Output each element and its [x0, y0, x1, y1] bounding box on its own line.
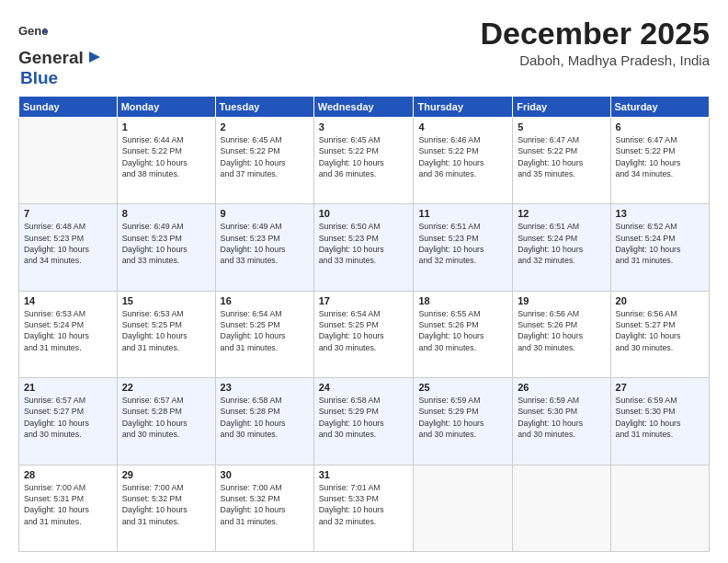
day-info: Sunrise: 6:52 AMSunset: 5:24 PMDaylight:…	[616, 221, 704, 266]
table-row: 6Sunrise: 6:47 AMSunset: 5:22 PMDaylight…	[610, 118, 709, 204]
svg-marker-1	[89, 52, 100, 63]
table-row: 27Sunrise: 6:59 AMSunset: 5:30 PMDayligh…	[610, 378, 709, 465]
day-number: 24	[319, 382, 409, 393]
table-row: 22Sunrise: 6:57 AMSunset: 5:28 PMDayligh…	[117, 378, 215, 465]
day-info: Sunrise: 7:01 AMSunset: 5:33 PMDaylight:…	[319, 482, 409, 527]
day-number: 13	[616, 208, 704, 219]
logo-arrow-icon	[85, 48, 104, 66]
table-row: 24Sunrise: 6:58 AMSunset: 5:29 PMDayligh…	[313, 378, 414, 465]
day-number: 26	[518, 382, 605, 393]
header-wednesday: Wednesday	[313, 97, 414, 118]
day-number: 15	[122, 295, 210, 306]
calendar-table: Sunday Monday Tuesday Wednesday Thursday…	[18, 96, 710, 552]
table-row: 23Sunrise: 6:58 AMSunset: 5:28 PMDayligh…	[215, 378, 313, 465]
day-info: Sunrise: 6:59 AMSunset: 5:30 PMDaylight:…	[616, 395, 704, 440]
day-number: 23	[221, 382, 309, 393]
day-info: Sunrise: 6:53 AMSunset: 5:24 PMDaylight:…	[24, 308, 112, 353]
table-row: 25Sunrise: 6:59 AMSunset: 5:29 PMDayligh…	[414, 378, 513, 465]
header-tuesday: Tuesday	[215, 97, 313, 118]
page: General General Blue December 2025 Daboh…	[0, 0, 728, 563]
table-row: 8Sunrise: 6:49 AMSunset: 5:23 PMDaylight…	[117, 204, 215, 291]
day-info: Sunrise: 7:00 AMSunset: 5:32 PMDaylight:…	[122, 482, 210, 527]
day-number: 10	[319, 208, 409, 219]
day-info: Sunrise: 6:45 AMSunset: 5:22 PMDaylight:…	[221, 134, 309, 179]
day-number: 12	[518, 208, 605, 219]
table-row: 21Sunrise: 6:57 AMSunset: 5:27 PMDayligh…	[19, 378, 118, 465]
calendar-week-row: 14Sunrise: 6:53 AMSunset: 5:24 PMDayligh…	[19, 291, 710, 377]
day-info: Sunrise: 6:45 AMSunset: 5:22 PMDaylight:…	[319, 134, 409, 179]
day-number: 11	[418, 208, 507, 219]
day-number: 3	[319, 121, 409, 132]
table-row: 5Sunrise: 6:47 AMSunset: 5:22 PMDaylight…	[513, 118, 610, 204]
day-info: Sunrise: 6:48 AMSunset: 5:23 PMDaylight:…	[24, 221, 112, 266]
table-row: 10Sunrise: 6:50 AMSunset: 5:23 PMDayligh…	[313, 204, 414, 291]
day-info: Sunrise: 6:49 AMSunset: 5:23 PMDaylight:…	[221, 221, 309, 266]
title-location: Daboh, Madhya Pradesh, India	[480, 52, 710, 68]
day-info: Sunrise: 6:51 AMSunset: 5:23 PMDaylight:…	[418, 221, 507, 266]
day-number: 1	[122, 121, 210, 132]
day-number: 5	[518, 121, 605, 132]
calendar-week-row: 21Sunrise: 6:57 AMSunset: 5:27 PMDayligh…	[19, 378, 710, 465]
table-row: 9Sunrise: 6:49 AMSunset: 5:23 PMDaylight…	[215, 204, 313, 291]
day-info: Sunrise: 6:46 AMSunset: 5:22 PMDaylight:…	[418, 134, 507, 179]
table-row: 18Sunrise: 6:55 AMSunset: 5:26 PMDayligh…	[414, 291, 513, 377]
day-number: 16	[221, 295, 309, 306]
table-row: 28Sunrise: 7:00 AMSunset: 5:31 PMDayligh…	[19, 465, 118, 551]
table-row: 29Sunrise: 7:00 AMSunset: 5:32 PMDayligh…	[117, 465, 215, 551]
calendar-week-row: 7Sunrise: 6:48 AMSunset: 5:23 PMDaylight…	[19, 204, 710, 291]
table-row: 3Sunrise: 6:45 AMSunset: 5:22 PMDaylight…	[313, 118, 414, 204]
day-info: Sunrise: 6:49 AMSunset: 5:23 PMDaylight:…	[122, 221, 210, 266]
day-info: Sunrise: 6:54 AMSunset: 5:25 PMDaylight:…	[319, 308, 409, 353]
table-row: 17Sunrise: 6:54 AMSunset: 5:25 PMDayligh…	[313, 291, 414, 377]
table-row	[610, 465, 709, 551]
day-number: 28	[24, 469, 112, 480]
table-row: 2Sunrise: 6:45 AMSunset: 5:22 PMDaylight…	[215, 118, 313, 204]
day-info: Sunrise: 6:56 AMSunset: 5:27 PMDaylight:…	[616, 308, 704, 353]
title-block: December 2025 Daboh, Madhya Pradesh, Ind…	[480, 17, 710, 68]
day-number: 6	[616, 121, 704, 132]
header: General General Blue December 2025 Daboh…	[18, 17, 710, 88]
day-info: Sunrise: 6:57 AMSunset: 5:28 PMDaylight:…	[122, 395, 210, 440]
weekday-header-row: Sunday Monday Tuesday Wednesday Thursday…	[19, 97, 710, 118]
day-info: Sunrise: 6:50 AMSunset: 5:23 PMDaylight:…	[319, 221, 409, 266]
header-friday: Friday	[513, 97, 610, 118]
table-row	[19, 118, 118, 204]
table-row: 7Sunrise: 6:48 AMSunset: 5:23 PMDaylight…	[19, 204, 118, 291]
day-number: 17	[319, 295, 409, 306]
logo-icon: General	[18, 20, 48, 50]
table-row: 31Sunrise: 7:01 AMSunset: 5:33 PMDayligh…	[313, 465, 414, 551]
logo-general-text: General	[18, 48, 84, 68]
day-number: 21	[24, 382, 112, 393]
day-info: Sunrise: 6:59 AMSunset: 5:29 PMDaylight:…	[418, 395, 507, 440]
header-monday: Monday	[117, 97, 215, 118]
table-row: 14Sunrise: 6:53 AMSunset: 5:24 PMDayligh…	[19, 291, 118, 377]
day-number: 2	[221, 121, 309, 132]
day-info: Sunrise: 6:59 AMSunset: 5:30 PMDaylight:…	[518, 395, 605, 440]
day-number: 27	[616, 382, 704, 393]
table-row: 13Sunrise: 6:52 AMSunset: 5:24 PMDayligh…	[610, 204, 709, 291]
day-info: Sunrise: 7:00 AMSunset: 5:31 PMDaylight:…	[24, 482, 112, 527]
table-row: 26Sunrise: 6:59 AMSunset: 5:30 PMDayligh…	[513, 378, 610, 465]
header-thursday: Thursday	[414, 97, 513, 118]
day-number: 22	[122, 382, 210, 393]
day-info: Sunrise: 6:53 AMSunset: 5:25 PMDaylight:…	[122, 308, 210, 353]
table-row: 4Sunrise: 6:46 AMSunset: 5:22 PMDaylight…	[414, 118, 513, 204]
table-row: 20Sunrise: 6:56 AMSunset: 5:27 PMDayligh…	[610, 291, 709, 377]
day-number: 30	[221, 469, 309, 480]
day-info: Sunrise: 6:56 AMSunset: 5:26 PMDaylight:…	[518, 308, 605, 353]
day-info: Sunrise: 6:58 AMSunset: 5:28 PMDaylight:…	[221, 395, 309, 440]
table-row: 12Sunrise: 6:51 AMSunset: 5:24 PMDayligh…	[513, 204, 610, 291]
day-number: 18	[418, 295, 507, 306]
logo: General General Blue	[18, 20, 104, 88]
table-row: 1Sunrise: 6:44 AMSunset: 5:22 PMDaylight…	[117, 118, 215, 204]
table-row: 30Sunrise: 7:00 AMSunset: 5:32 PMDayligh…	[215, 465, 313, 551]
calendar-week-row: 28Sunrise: 7:00 AMSunset: 5:31 PMDayligh…	[19, 465, 710, 551]
day-number: 14	[24, 295, 112, 306]
calendar-week-row: 1Sunrise: 6:44 AMSunset: 5:22 PMDaylight…	[19, 118, 710, 204]
table-row: 11Sunrise: 6:51 AMSunset: 5:23 PMDayligh…	[414, 204, 513, 291]
day-info: Sunrise: 6:57 AMSunset: 5:27 PMDaylight:…	[24, 395, 112, 440]
table-row: 19Sunrise: 6:56 AMSunset: 5:26 PMDayligh…	[513, 291, 610, 377]
title-month: December 2025	[480, 17, 710, 51]
table-row	[513, 465, 610, 551]
table-row: 15Sunrise: 6:53 AMSunset: 5:25 PMDayligh…	[117, 291, 215, 377]
